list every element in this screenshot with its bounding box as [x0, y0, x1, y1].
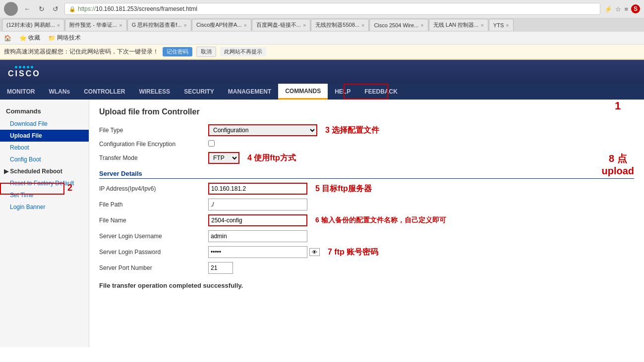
ip-address-label: IP Address(Ipv4/Ipv6)	[99, 185, 208, 192]
cancel-button[interactable]: 取消	[196, 47, 216, 57]
file-path-input[interactable]	[208, 199, 307, 210]
back-button[interactable]: ←	[22, 4, 33, 14]
tab-6[interactable]: 无线控制器5508... ×	[311, 19, 369, 31]
tab-1[interactable]: (12封未读) 网易邮... ×	[2, 19, 64, 31]
annotation-8-sub: upload	[601, 165, 634, 177]
password-control: 👁	[208, 246, 320, 258]
file-type-select[interactable]: Configuration Event Log Message Log Trap…	[208, 124, 317, 136]
sidebar: Commands Download File Upload File Reboo…	[0, 100, 89, 347]
nav-help[interactable]: HELP	[328, 84, 357, 100]
file-name-input[interactable]	[208, 214, 307, 226]
browser-tabs: (12封未读) 网易邮... × 附件预览 - 华泰证... × G 思科控制器…	[0, 18, 644, 32]
tab-1-close[interactable]: ×	[57, 22, 60, 28]
file-type-label: File Type	[99, 127, 208, 134]
bookmark-network[interactable]: 📁 网络技术	[48, 34, 81, 42]
sidebar-item-login-banner[interactable]: Login Banner	[0, 201, 89, 213]
transfer-mode-select[interactable]: FTP TFTP SFTP	[208, 152, 239, 164]
tab-9-close[interactable]: ×	[506, 22, 509, 28]
star-icon-small: ⭐	[19, 35, 27, 42]
config-encryption-row: Configuration File Encryption	[99, 140, 634, 148]
bookmarks-bar: 🏠 ⭐ 收藏 📁 网络技术	[0, 32, 644, 45]
ip-address-row: IP Address(Ipv4/Ipv6) 5 目标ftp服务器	[99, 183, 634, 195]
cisco-navbar: MONITOR WLANs CONTROLLER WIRELESS SECURI…	[0, 84, 644, 100]
nav-feedback[interactable]: FEEDBACK	[357, 84, 405, 100]
annotation-6: 6 输入备份的配置文件名称，自己定义即可	[315, 216, 446, 225]
file-path-row: File Path	[99, 199, 634, 210]
tab-1-label: (12封未读) 网易邮...	[6, 21, 55, 29]
tab-2[interactable]: 附件预览 - 华泰证... ×	[65, 19, 126, 31]
save-password-button[interactable]: 记住密码	[163, 47, 192, 56]
address-bar[interactable]: 🔒 https://10.160.181.253/screens/framese…	[64, 3, 600, 15]
refresh-button[interactable]: ↻	[37, 4, 47, 14]
tab-6-close[interactable]: ×	[361, 22, 364, 28]
nav-controller[interactable]: CONTROLLER	[77, 84, 132, 100]
sidebar-item-reboot[interactable]: Reboot	[0, 142, 89, 154]
tab-3-label: G 思科控制器查看f...	[132, 21, 182, 29]
nav-security[interactable]: SECURITY	[177, 84, 221, 100]
tab-7-close[interactable]: ×	[420, 22, 423, 28]
server-port-row: Server Port Number	[99, 262, 634, 274]
annotation-5: 5 目标ftp服务器	[315, 184, 372, 194]
home-button[interactable]: 🏠	[4, 35, 11, 42]
lock-icon: 🔒	[69, 6, 76, 12]
sidebar-item-scheduled-reboot[interactable]: ▶ Scheduled Reboot	[0, 165, 89, 177]
nav-commands[interactable]: COMMANDS	[278, 84, 328, 100]
tab-2-close[interactable]: ×	[119, 22, 122, 28]
tab-4[interactable]: Cisco瘦AP转胖A... ×	[192, 19, 251, 31]
tab-8-close[interactable]: ×	[480, 22, 483, 28]
annotation-7: 7 ftp 账号密码	[328, 247, 378, 258]
nav-wlans[interactable]: WLANs	[42, 84, 77, 100]
sidebar-item-set-time[interactable]: Set Time	[0, 189, 89, 201]
password-input[interactable]	[208, 246, 307, 258]
sidebar-item-download-file[interactable]: Download File	[0, 118, 89, 130]
notification-text: 搜狗高速浏览器提醒您：记住此网站密码，下次一键登录！	[4, 48, 159, 56]
tab-3[interactable]: G 思科控制器查看f... ×	[127, 19, 191, 31]
sidebar-item-upload-file[interactable]: Upload File	[0, 130, 89, 142]
content-area: Upload file from Controller File Type Co…	[89, 100, 644, 347]
tab-5[interactable]: 百度网盘-链接不... ×	[252, 19, 310, 31]
username-label: Server Login Username	[99, 233, 208, 240]
address-text: https://10.160.181.253/screens/frameset.…	[78, 5, 197, 12]
tab-9-label: YTS	[493, 22, 504, 28]
tab-5-label: 百度网盘-链接不...	[256, 21, 301, 29]
bookmark-favorites[interactable]: ⭐ 收藏	[19, 34, 40, 42]
tab-7-label: Cisco 2504 Wire...	[374, 22, 418, 28]
browser-avatar	[4, 2, 18, 16]
ip-address-input[interactable]	[208, 183, 307, 195]
server-port-input[interactable]	[208, 262, 233, 274]
config-encryption-checkbox[interactable]	[208, 140, 215, 147]
forward-button[interactable]: ↺	[51, 4, 60, 14]
tab-7[interactable]: Cisco 2504 Wire... ×	[369, 19, 428, 31]
annotation-8-title: 8 点	[601, 152, 634, 165]
sidebar-item-config-boot[interactable]: Config Boot	[0, 154, 89, 165]
username-input[interactable]	[208, 230, 307, 242]
file-path-control	[208, 199, 307, 210]
s-badge: S	[631, 4, 640, 13]
menu-icon[interactable]: ≡	[624, 5, 628, 13]
file-path-label: File Path	[99, 201, 208, 208]
tab-3-close[interactable]: ×	[183, 22, 186, 28]
nav-monitor[interactable]: MONITOR	[0, 84, 42, 100]
tab-5-close[interactable]: ×	[303, 22, 306, 28]
file-name-row: File Name 6 输入备份的配置文件名称，自己定义即可	[99, 214, 634, 226]
no-show-button[interactable]: 此网站不再提示	[220, 47, 266, 56]
star-icon[interactable]: ☆	[615, 5, 621, 13]
username-control	[208, 230, 307, 242]
ip-address-control	[208, 183, 307, 195]
tab-4-close[interactable]: ×	[244, 22, 247, 28]
password-show-icon[interactable]: 👁	[309, 248, 320, 256]
sidebar-title: Commands	[0, 103, 89, 118]
annotation-4: 4 使用ftp方式	[247, 153, 296, 163]
tab-9[interactable]: YTS ×	[489, 19, 514, 31]
config-encryption-control	[208, 140, 215, 148]
nav-management[interactable]: MANAGEMENT	[221, 84, 278, 100]
sidebar-item-reset-factory[interactable]: Reset to Factory Default	[0, 177, 89, 189]
notification-bar: 搜狗高速浏览器提醒您：记住此网站密码，下次一键登录！ 记住密码 取消 此网站不再…	[0, 45, 644, 59]
annotation-1: 1	[601, 100, 634, 112]
page-title: Upload file from Controller	[99, 107, 634, 116]
server-details-header: Server Details	[99, 170, 634, 179]
tab-6-label: 无线控制器5508...	[315, 21, 359, 29]
file-type-row: File Type Configuration Event Log Messag…	[99, 124, 634, 136]
nav-wireless[interactable]: WIRELESS	[132, 84, 177, 100]
tab-8[interactable]: 无线 LAN 控制器... ×	[429, 19, 488, 31]
